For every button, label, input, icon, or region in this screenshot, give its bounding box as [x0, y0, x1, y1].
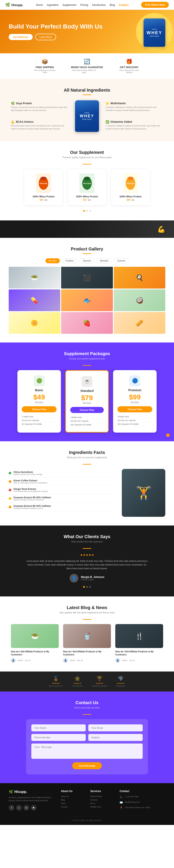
nav-ingredient[interactable]: Ingredient: [47, 3, 58, 6]
fact-dot-5: [9, 506, 11, 508]
price-btn-standard[interactable]: Choose Plan: [70, 407, 104, 413]
email-group: [88, 724, 143, 731]
gallery-tab-minerals[interactable]: Minerals: [97, 258, 112, 263]
ingr-multivitamin: 🌟Multivitamin Complete multivitamin comp…: [103, 99, 165, 114]
message-textarea[interactable]: [31, 744, 143, 759]
navbar: 🌿 Hisupp. Home Ingredient Supplement Pri…: [0, 0, 174, 10]
brand-logo-2: ⭐: [72, 676, 83, 682]
ingredients-facts-section: Ingredients Facts What goes into our pre…: [0, 441, 174, 526]
blog-card-1: 🥗 How do I Sell Affiliate Products to My…: [11, 624, 59, 663]
muscles-background: 💪: [0, 220, 174, 238]
footer-link-careers[interactable]: Careers: [61, 806, 84, 808]
pricing-title: Supplement Packages: [9, 351, 165, 356]
svg-point-7: [128, 177, 134, 180]
brand-logo-3: 🏆: [92, 676, 107, 682]
price-feat-basic-1: 1 Bottle Pack: [22, 415, 57, 418]
nav-home[interactable]: Home: [36, 3, 43, 6]
footer-service-1[interactable]: Whey Protein: [90, 795, 113, 798]
gallery-cell-1: 🥗: [9, 267, 60, 288]
footer-about-heading: About Us: [61, 790, 84, 793]
name-input[interactable]: [31, 724, 86, 731]
svg-point-4: [84, 177, 90, 180]
nav-contact[interactable]: Contact: [119, 3, 129, 6]
leaf-icon: 🌿: [5, 2, 10, 7]
social-youtube[interactable]: ▶: [31, 805, 37, 811]
brand-name: Hisupp.: [11, 3, 23, 7]
social-facebook[interactable]: f: [9, 805, 14, 811]
test-dot-2: [86, 586, 88, 588]
fact-desc-2: Rich in chlorogenic acid for metabolism: [13, 482, 48, 484]
nav-blog[interactable]: Blog: [110, 3, 115, 6]
pricing-subtitle: Choose your perfect supplement plan: [9, 358, 165, 360]
gallery-tab-all[interactable]: All Filter: [45, 258, 60, 263]
ingr-glutamine: ✅Glutamine Added L-Glutamine added to su…: [103, 118, 165, 132]
fact-item-4: Guarana Extract 90-10% Caffeine Natural …: [9, 494, 115, 503]
supplement-grid: PROTEIN 100% Whey Protein $29 $35 PROTEI…: [9, 169, 165, 206]
nav-intro[interactable]: Introduction: [92, 3, 106, 6]
footer-service-2[interactable]: Vitamins: [90, 799, 113, 801]
fact-dot-2: [9, 480, 11, 483]
dot-1: [83, 210, 85, 212]
phone-input[interactable]: [31, 734, 86, 741]
price-amount-basic: $49: [22, 394, 57, 401]
supp-img-1: PROTEIN: [36, 174, 51, 193]
author-info: Margie B. Johnson Fitness Trainer: [81, 576, 104, 581]
ingredients-title: All Natural Ingredients: [9, 88, 165, 93]
brand-stars-2: ★★★★★: [72, 682, 83, 684]
price-name-standard: Standard: [70, 389, 104, 393]
submit-button[interactable]: Send Message: [72, 762, 102, 769]
gallery-cell-2: ⬛: [61, 267, 113, 288]
footer-services-links: Whey Protein Vitamins BCAA Weight Loss: [90, 795, 113, 808]
nav-supplement[interactable]: Supplement: [62, 3, 76, 6]
fact-title-5: Guarana Extract 90-10% Caffeine: [13, 505, 51, 507]
blog-grid: 🥗 How do I Sell Affiliate Products to My…: [9, 624, 165, 663]
fact-desc-4: Natural energy and focus enhancer: [13, 499, 51, 501]
supplement-title: Our Supplement: [9, 150, 165, 155]
hero-secondary-btn[interactable]: Learn More: [35, 34, 56, 40]
supp-img-3: PROTEIN: [123, 174, 138, 193]
gallery-cell-9: 🥜: [114, 312, 165, 334]
brand-name-3: AWARD WINNER: [92, 685, 107, 687]
cta-button[interactable]: Free Demo Now: [141, 2, 169, 8]
price-feat-prem-2: 200 MG Per Capsule: [117, 418, 152, 422]
soy-icon: 🌿: [11, 102, 14, 105]
testimonials-divider: [83, 548, 91, 549]
shipping-icon: 📦: [32, 59, 58, 65]
price-btn-basic[interactable]: Choose Plan: [22, 406, 57, 412]
gallery-tab-extracts[interactable]: Extracts: [114, 258, 129, 263]
price-feat-std-3: 100 Capsules Per Bottle: [70, 423, 104, 427]
feature-shipping-title: FREE SHIPPING: [32, 66, 58, 68]
fact-dot-1: [9, 472, 11, 474]
supplement-section: Our Supplement Premium quality supplemen…: [0, 141, 174, 220]
footer-service-4[interactable]: Weight Loss: [90, 806, 113, 808]
navbar-logo: 🌿 Hisupp.: [5, 2, 23, 7]
blog-card-2: 🥤 How do I Sell Affiliate Products to My…: [63, 624, 111, 663]
gallery-tab-proteins[interactable]: Proteins: [62, 258, 77, 263]
price-btn-premium[interactable]: Choose Plan: [117, 406, 152, 412]
gallery-section: Product Gallery All Filter Proteins Vita…: [0, 238, 174, 342]
footer-service-3[interactable]: BCAA: [90, 802, 113, 804]
fact-title-4: Guarana Extract 90-10% Caffeine: [13, 496, 51, 499]
nav-pricing[interactable]: Pricing: [80, 3, 88, 6]
footer-link-team[interactable]: Team: [61, 802, 84, 804]
email-input[interactable]: [88, 724, 143, 731]
price-period-premium: Monthly: [117, 401, 152, 404]
footer-link-about[interactable]: About Us: [61, 795, 84, 798]
gallery-tab-vitamins[interactable]: Vitamins: [79, 258, 94, 263]
footer-link-blog[interactable]: Blog: [61, 799, 84, 801]
ingredients-left: 🌿Soya Protein Premium soy protein extrac…: [9, 99, 71, 132]
social-linkedin[interactable]: in: [24, 805, 29, 811]
footer-about-links: About Us Blog Team Careers: [61, 795, 84, 808]
subject-input[interactable]: [88, 734, 143, 741]
price-card-premium: 🔵 Premium $99 Monthly Choose Plan 3 Bott…: [113, 370, 156, 433]
social-twitter[interactable]: t: [16, 805, 22, 811]
pricing-section: Supplement Packages Choose your perfect …: [0, 342, 174, 441]
footer-logo: 🌿 Hisupp.: [9, 790, 55, 794]
footer-services-col: Services Whey Protein Vitamins BCAA Weig…: [90, 790, 113, 812]
hero-primary-btn[interactable]: Get Optimum: [9, 34, 33, 40]
price-period-basic: Monthly: [22, 401, 57, 404]
svg-point-1: [40, 177, 46, 180]
feature-gift-title: GIFT DISCOUNT: [116, 66, 142, 68]
footer-email: ✉️ info@hisupp.com: [119, 801, 165, 804]
price-name-basic: Basic: [22, 389, 57, 392]
